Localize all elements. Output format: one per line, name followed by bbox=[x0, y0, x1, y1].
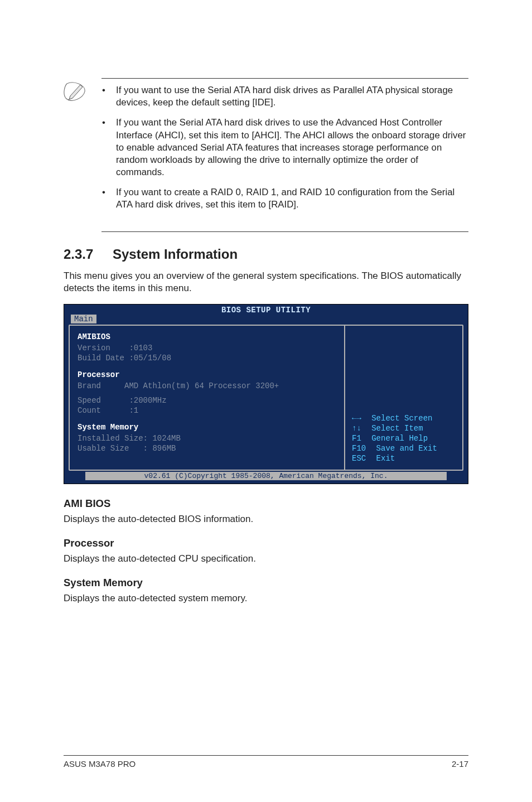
note-divider bbox=[101, 231, 468, 232]
subsection-sysmem: System Memory Displays the auto-detected… bbox=[64, 577, 468, 605]
spacer bbox=[78, 364, 336, 368]
bios-help-label: Exit bbox=[371, 454, 395, 464]
bios-help-label: Save and Exit bbox=[371, 444, 437, 454]
note-bullet-item: • If you want to create a RAID 0, RAID 1… bbox=[101, 186, 468, 211]
sub-body: Displays the auto-detected CPU specifica… bbox=[64, 553, 468, 566]
subsection-processor: Processor Displays the auto-detected CPU… bbox=[64, 537, 468, 566]
bios-row-usable: Usable Size : 896MB bbox=[78, 444, 336, 454]
footer-page-number: 2-17 bbox=[452, 759, 468, 769]
bios-help-label: Select Screen bbox=[367, 414, 433, 424]
spacer bbox=[78, 392, 336, 396]
note-bullet-item: • If you want to use the Serial ATA hard… bbox=[101, 84, 468, 109]
bios-help-pane: ←→ Select Screen ↑↓ Select Item F1 Gener… bbox=[345, 326, 462, 469]
sub-heading: AMI BIOS bbox=[64, 497, 468, 510]
bios-row-count: Count :1 bbox=[78, 406, 336, 416]
bios-help-row: ←→ Select Screen bbox=[352, 414, 456, 424]
bios-copyright: v02.61 (C)Copyright 1985-2008, American … bbox=[85, 472, 447, 480]
section-title: System Information bbox=[113, 247, 238, 262]
bios-row-speed: Speed :2000MHz bbox=[78, 396, 336, 406]
section-heading: 2.3.7System Information bbox=[64, 247, 468, 262]
note-bullet-text: If you want to create a RAID 0, RAID 1, … bbox=[116, 186, 468, 211]
note-callout: • If you want to use the Serial ATA hard… bbox=[64, 78, 468, 221]
sub-heading: System Memory bbox=[64, 577, 468, 589]
bios-help-key: ↑↓ bbox=[352, 424, 361, 434]
bios-help-row: F10 Save and Exit bbox=[352, 444, 456, 454]
bios-help-label: General Help bbox=[367, 434, 428, 444]
note-icon-wrap bbox=[64, 78, 90, 106]
note-bullet-text: If you want the Serial ATA hard disk dri… bbox=[116, 117, 468, 178]
sub-heading: Processor bbox=[64, 537, 468, 549]
bios-row-installed: Installed Size: 1024MB bbox=[78, 434, 336, 444]
bios-help-row: F1 General Help bbox=[352, 434, 456, 444]
bullet-dot-icon: • bbox=[101, 186, 106, 211]
bios-tab-main: Main bbox=[71, 315, 96, 323]
pencil-note-icon bbox=[64, 81, 88, 104]
subsection-amibios: AMI BIOS Displays the auto-detected BIOS… bbox=[64, 497, 468, 526]
spacer bbox=[78, 416, 336, 421]
note-content: • If you want to use the Serial ATA hard… bbox=[101, 78, 468, 221]
page-footer: ASUS M3A78 PRO 2-17 bbox=[64, 755, 468, 769]
footer-left: ASUS M3A78 PRO bbox=[64, 759, 136, 769]
sub-body: Displays the auto-detected BIOS informat… bbox=[64, 513, 468, 526]
note-bullet-text: If you want to use the Serial ATA hard d… bbox=[116, 84, 468, 109]
bios-title: BIOS SETUP UTILITY bbox=[64, 305, 468, 315]
bullet-dot-icon: • bbox=[101, 117, 106, 178]
bios-heading-processor: Processor bbox=[78, 370, 336, 379]
bios-left-pane: AMIBIOS Version :0103 Build Date :05/15/… bbox=[70, 326, 345, 469]
bios-heading-sysmem: System Memory bbox=[78, 423, 336, 432]
bios-help-key: F10 bbox=[352, 444, 366, 454]
bios-row-builddate: Build Date :05/15/08 bbox=[78, 354, 336, 364]
bios-screenshot: BIOS SETUP UTILITY Main AMIBIOS Version … bbox=[64, 304, 468, 484]
bios-help-key: F1 bbox=[352, 434, 361, 444]
bios-heading-amibios: AMIBIOS bbox=[78, 332, 336, 341]
bullet-dot-icon: • bbox=[101, 84, 106, 109]
bios-help-row: ↑↓ Select Item bbox=[352, 424, 456, 434]
note-bullet-list: • If you want to use the Serial ATA hard… bbox=[101, 84, 468, 211]
bios-help-row: ESC Exit bbox=[352, 454, 456, 464]
bios-help-key: ESC bbox=[352, 454, 366, 464]
section-intro: This menu gives you an overview of the g… bbox=[64, 270, 468, 296]
sub-body: Displays the auto-detected system memory… bbox=[64, 592, 468, 605]
note-bullet-item: • If you want the Serial ATA hard disk d… bbox=[101, 117, 468, 178]
bios-tab-row: Main bbox=[64, 315, 468, 325]
bios-help-key: ←→ bbox=[352, 414, 361, 424]
bios-help-label: Select Item bbox=[367, 424, 423, 434]
bios-body: AMIBIOS Version :0103 Build Date :05/15/… bbox=[69, 325, 463, 470]
bios-row-version: Version :0103 bbox=[78, 344, 336, 354]
section-number: 2.3.7 bbox=[64, 247, 113, 262]
bios-row-brand: Brand AMD Athlon(tm) 64 Processor 3200+ bbox=[78, 381, 336, 392]
